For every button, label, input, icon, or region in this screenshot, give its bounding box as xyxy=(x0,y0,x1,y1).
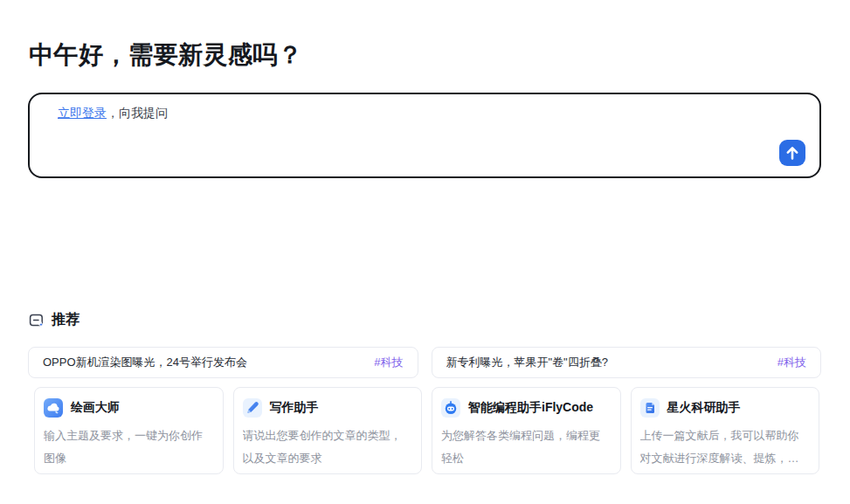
assistant-title: 写作助手 xyxy=(270,400,319,416)
greeting-title: 中午好，需要新灵感吗？ xyxy=(29,38,303,72)
news-item-oppo[interactable]: OPPO新机渲染图曝光，24号举行发布会 #科技 xyxy=(28,347,418,378)
document-icon xyxy=(640,398,660,418)
news-tag[interactable]: #科技 xyxy=(777,355,806,370)
arrow-up-icon xyxy=(779,140,805,166)
news-tag[interactable]: #科技 xyxy=(374,355,403,370)
news-item-apple[interactable]: 新专利曝光，苹果开"卷"四折叠? #科技 xyxy=(432,347,822,378)
assistant-card-painting[interactable]: 绘画大师 输入主题及要求，一键为你创作图像 xyxy=(34,387,224,474)
send-button[interactable] xyxy=(779,140,805,166)
assistant-title: 绘画大师 xyxy=(71,400,120,416)
assistant-title: 星火科研助手 xyxy=(667,400,741,416)
assistant-card-iflycode[interactable]: 智能编程助手iFlyCode 为您解答各类编程问题，编程更轻松 xyxy=(432,387,621,474)
news-text: OPPO新机渲染图曝光，24号举行发布会 xyxy=(43,355,247,370)
assistant-card-research[interactable]: 星火科研助手 上传一篇文献后，我可以帮助你对文献进行深度解读、提炼，提升科研..… xyxy=(631,387,820,474)
prompt-placeholder: 立即登录，向我提问 xyxy=(58,106,168,121)
assistant-card-writing[interactable]: 写作助手 请说出您要创作的文章的类型，以及文章的要求 xyxy=(233,387,423,474)
recommend-title: 推荐 xyxy=(52,311,79,329)
recommend-header: 推荐 xyxy=(29,311,79,329)
login-link[interactable]: 立即登录 xyxy=(58,106,107,120)
news-text: 新专利曝光，苹果开"卷"四折叠? xyxy=(446,355,608,370)
prompt-placeholder-text: ，向我提问 xyxy=(107,106,168,120)
pen-icon xyxy=(243,398,262,418)
news-row: OPPO新机渲染图曝光，24号举行发布会 #科技 新专利曝光，苹果开"卷"四折叠… xyxy=(28,347,821,378)
robot-icon xyxy=(441,398,460,418)
prompt-input[interactable]: 立即登录，向我提问 xyxy=(28,93,821,178)
compose-plus-icon xyxy=(29,313,45,328)
paint-cloud-icon xyxy=(44,398,63,418)
assistant-desc: 请说出您要创作的文章的类型，以及文章的要求 xyxy=(243,425,413,470)
assistant-title: 智能编程助手iFlyCode xyxy=(468,400,593,416)
assistant-cards-row: 绘画大师 输入主题及要求，一键为你创作图像 写作助手 请说出您要创作的文章的类型… xyxy=(34,387,819,474)
assistant-desc: 为您解答各类编程问题，编程更轻松 xyxy=(441,425,612,470)
assistant-desc: 输入主题及要求，一键为你创作图像 xyxy=(44,425,214,470)
assistant-desc: 上传一篇文献后，我可以帮助你对文献进行深度解读、提炼，提升科研... xyxy=(640,425,811,470)
